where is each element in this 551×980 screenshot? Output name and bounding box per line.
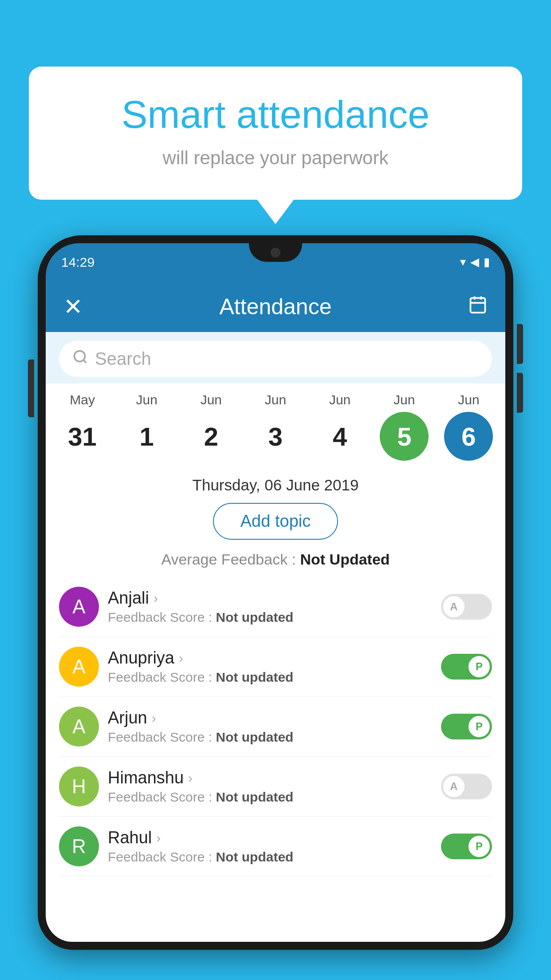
power-button <box>28 360 34 417</box>
chevron-right-icon: › <box>179 651 183 666</box>
student-feedback: Feedback Score : Not updated <box>108 850 432 865</box>
student-avatar: R <box>59 826 99 866</box>
student-name: Rahul › <box>108 828 432 847</box>
feedback-info: Average Feedback : Not Updated <box>46 549 505 577</box>
cal-date-number: 31 <box>58 412 107 461</box>
student-avatar: A <box>59 707 99 747</box>
chevron-right-icon: › <box>152 711 156 726</box>
status-icons: ▾ ◀ ▮ <box>460 255 490 269</box>
student-feedback: Feedback Score : Not updated <box>108 730 432 745</box>
calendar-day-1[interactable]: Jun1 <box>118 392 176 461</box>
search-bar[interactable]: Search <box>59 341 492 377</box>
battery-icon: ▮ <box>484 255 490 269</box>
students-list: AAnjali ›Feedback Score : Not updatedAAA… <box>46 577 505 877</box>
cal-month-label: Jun <box>458 392 479 407</box>
cal-month-label: Jun <box>394 392 415 407</box>
student-avatar: A <box>59 647 99 687</box>
volume-down-button <box>517 373 523 413</box>
header-title: Attendance <box>220 294 332 320</box>
student-avatar: A <box>59 587 99 627</box>
svg-rect-0 <box>470 298 485 312</box>
cal-month-label: May <box>70 392 95 407</box>
status-bar: 14:29 ▾ ◀ ▮ <box>46 243 505 281</box>
student-row[interactable]: AArjun ›Feedback Score : Not updatedP <box>59 697 492 757</box>
chevron-right-icon: › <box>188 771 193 786</box>
student-name: Arjun › <box>108 708 432 727</box>
svg-line-5 <box>83 360 87 363</box>
chevron-right-icon: › <box>156 830 161 846</box>
student-name: Anjali › <box>108 589 432 608</box>
attendance-toggle[interactable]: P <box>441 714 492 739</box>
student-name: Himanshu › <box>108 768 432 787</box>
chevron-right-icon: › <box>153 591 158 606</box>
add-topic-container: Add topic <box>46 498 505 549</box>
calendar-day-4[interactable]: Jun4 <box>311 392 369 461</box>
student-row[interactable]: AAnupriya ›Feedback Score : Not updatedP <box>59 637 492 697</box>
notch <box>249 243 302 262</box>
toggle-knob: P <box>468 836 490 857</box>
wifi-icon: ▾ <box>460 255 466 269</box>
cal-date-number: 6 <box>444 412 493 461</box>
calendar-icon[interactable] <box>468 295 488 319</box>
student-name: Anupriya › <box>108 648 432 668</box>
toggle-knob: P <box>468 716 490 737</box>
calendar-day-3[interactable]: Jun3 <box>247 392 304 461</box>
feedback-value: Not Updated <box>300 551 390 568</box>
search-placeholder: Search <box>95 349 151 369</box>
attendance-toggle[interactable]: A <box>441 594 492 620</box>
calendar-day-6[interactable]: Jun6 <box>440 392 497 461</box>
cal-date-number: 2 <box>187 412 236 461</box>
cal-month-label: Jun <box>136 392 157 407</box>
toggle-knob: A <box>443 596 464 617</box>
attendance-toggle[interactable]: P <box>441 834 492 859</box>
student-avatar: H <box>59 767 99 806</box>
student-info: Anupriya ›Feedback Score : Not updated <box>108 648 432 685</box>
selected-date-label: Thursday, 06 June 2019 <box>46 465 505 498</box>
cal-month-label: Jun <box>265 392 286 407</box>
toggle-knob: A <box>443 776 464 797</box>
add-topic-button[interactable]: Add topic <box>213 503 338 540</box>
student-info: Anjali ›Feedback Score : Not updated <box>108 589 432 625</box>
cal-month-label: Jun <box>329 392 350 407</box>
signal-icon: ◀ <box>470 255 479 269</box>
student-row[interactable]: RRahul ›Feedback Score : Not updatedP <box>59 817 492 877</box>
speech-bubble-container: Smart attendance will replace your paper… <box>29 67 522 200</box>
calendar-day-5[interactable]: Jun5 <box>375 392 433 461</box>
student-row[interactable]: AAnjali ›Feedback Score : Not updatedA <box>59 577 492 637</box>
phone-body: 14:29 ▾ ◀ ▮ ✕ Attendance <box>38 235 513 950</box>
volume-up-button <box>517 324 523 364</box>
student-feedback: Feedback Score : Not updated <box>108 610 432 625</box>
bubble-subtitle: will replace your paperwork <box>60 147 491 169</box>
status-time: 14:29 <box>61 255 94 270</box>
app-header: ✕ Attendance <box>46 281 505 332</box>
student-info: Himanshu ›Feedback Score : Not updated <box>108 768 432 805</box>
feedback-label: Average Feedback : <box>161 551 300 568</box>
student-row[interactable]: HHimanshu ›Feedback Score : Not updatedA <box>59 757 492 817</box>
student-info: Rahul ›Feedback Score : Not updated <box>108 828 432 865</box>
cal-date-number: 5 <box>380 412 429 461</box>
attendance-toggle[interactable]: A <box>441 774 492 799</box>
cal-date-number: 4 <box>315 412 364 461</box>
student-info: Arjun ›Feedback Score : Not updated <box>108 708 432 745</box>
phone-screen: ✕ Attendance <box>46 281 505 942</box>
cal-date-number: 3 <box>251 412 300 461</box>
phone-container: 14:29 ▾ ◀ ▮ ✕ Attendance <box>38 235 513 980</box>
close-button[interactable]: ✕ <box>63 293 83 320</box>
calendar-day-2[interactable]: Jun2 <box>182 392 240 461</box>
bubble-title: Smart attendance <box>60 93 491 136</box>
toggle-knob: P <box>468 656 490 677</box>
student-feedback: Feedback Score : Not updated <box>108 670 432 685</box>
cal-date-number: 1 <box>122 412 171 461</box>
calendar-strip: May31Jun1Jun2Jun3Jun4Jun5Jun6 <box>46 383 505 465</box>
search-icon <box>72 349 88 369</box>
calendar-day-0[interactable]: May31 <box>54 392 111 461</box>
student-feedback: Feedback Score : Not updated <box>108 790 432 805</box>
speech-bubble: Smart attendance will replace your paper… <box>29 67 522 200</box>
attendance-toggle[interactable]: P <box>441 654 492 680</box>
cal-month-label: Jun <box>201 392 222 407</box>
camera <box>271 248 280 257</box>
svg-point-4 <box>75 351 85 362</box>
search-bar-container: Search <box>46 332 505 383</box>
